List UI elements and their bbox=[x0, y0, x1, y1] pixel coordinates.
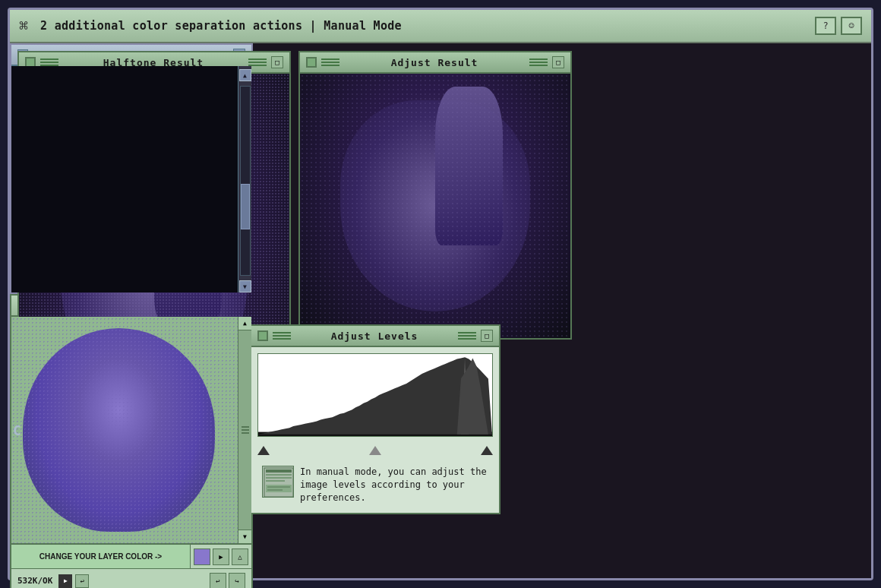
levels-info-box: In manual mode, you can adjust the image… bbox=[257, 461, 493, 508]
adjust-levels-window: Adjust Levels □ bbox=[250, 324, 500, 514]
svg-rect-6 bbox=[266, 477, 292, 479]
levels-info-svg bbox=[263, 466, 294, 498]
fill-play-button[interactable]: ▶ bbox=[58, 574, 72, 588]
adjust-result-title-lines-right bbox=[529, 58, 548, 66]
fill-back-icon[interactable]: ↩ bbox=[210, 573, 226, 589]
apple-logo-icon: ⌘ bbox=[19, 17, 28, 35]
base-scroll-thumb[interactable] bbox=[241, 184, 250, 229]
help-button[interactable]: ? bbox=[815, 17, 836, 35]
base-scroll-track bbox=[240, 86, 251, 276]
levels-close-icon[interactable]: □ bbox=[481, 330, 493, 342]
svg-rect-8 bbox=[266, 485, 292, 492]
fill-image-area: C ▲ ▼ bbox=[11, 317, 251, 543]
base-window: Base □ ▲ ▼ bbox=[10, 43, 253, 294]
svg-rect-9 bbox=[267, 486, 290, 488]
levels-win-icon bbox=[257, 330, 268, 341]
levels-content: In manual mode, you can adjust the image… bbox=[251, 347, 499, 513]
svg-rect-4 bbox=[266, 469, 292, 473]
app-title: 2 additional color separation actions | … bbox=[40, 19, 803, 33]
levels-black-slider[interactable] bbox=[257, 446, 270, 455]
adjust-bottle-shape bbox=[435, 87, 503, 245]
fill-dot-overlay bbox=[11, 317, 238, 543]
fill-swatch-purple[interactable] bbox=[194, 548, 210, 565]
title-bar: ⌘ 2 additional color separation actions … bbox=[10, 10, 871, 43]
levels-sliders bbox=[257, 443, 493, 458]
fill-change-color-button[interactable]: CHANGE YOUR LAYER COLOR -> bbox=[11, 545, 191, 568]
halftone-title-lines-right bbox=[248, 58, 267, 66]
fill-swatch-area: ▶ △ bbox=[191, 545, 251, 568]
fill-nav-up-icon[interactable]: △ bbox=[232, 548, 248, 565]
svg-rect-7 bbox=[266, 480, 285, 482]
halftone-close-icon[interactable]: □ bbox=[271, 56, 283, 68]
fill-scroll-down-icon[interactable]: ▼ bbox=[238, 530, 252, 543]
fill-scroll-track bbox=[242, 330, 249, 530]
levels-title-lines-left bbox=[273, 332, 291, 340]
fill-controls: CHANGE YOUR LAYER COLOR -> ▶ △ 532K/OK ▶… bbox=[11, 543, 251, 588]
levels-mid-slider[interactable] bbox=[369, 446, 381, 455]
adjust-result-image-area bbox=[300, 74, 570, 338]
base-scroll-down-icon[interactable]: ▼ bbox=[239, 280, 251, 292]
adjust-result-win-icon bbox=[306, 57, 317, 68]
levels-info-text: In manual mode, you can adjust the image… bbox=[300, 466, 488, 504]
app-window: ⌘ 2 additional color separation actions … bbox=[8, 8, 873, 580]
icon-button[interactable]: ☺ bbox=[841, 17, 862, 35]
base-content: ▲ ▼ bbox=[11, 66, 251, 292]
adjust-result-titlebar: Adjust Result □ bbox=[300, 52, 570, 74]
title-bar-buttons: ? ☺ bbox=[815, 17, 862, 35]
levels-info-icon bbox=[262, 466, 294, 498]
fill-scrollbar[interactable]: ▲ ▼ bbox=[238, 317, 251, 543]
adjust-result-window: Adjust Result □ bbox=[298, 51, 572, 340]
svg-rect-10 bbox=[267, 489, 283, 491]
fill-scroll-up-icon[interactable]: ▲ bbox=[238, 317, 252, 330]
fill-window: Fill □ C ▲ bbox=[10, 294, 253, 588]
levels-title-lines-right bbox=[458, 332, 476, 340]
fill-nav-buttons: ↩ ↪ bbox=[210, 573, 245, 589]
fill-undo-icon[interactable]: ↩ bbox=[75, 574, 89, 588]
levels-title: Adjust Levels bbox=[295, 330, 453, 342]
fill-status-text: 532K/OK bbox=[17, 576, 52, 586]
fill-change-color-row: CHANGE YOUR LAYER COLOR -> ▶ △ bbox=[11, 545, 251, 569]
levels-titlebar: Adjust Levels □ bbox=[251, 326, 499, 347]
fill-status-row: 532K/OK ▶ ↩ ↩ ↪ bbox=[11, 569, 251, 588]
adjust-result-image bbox=[300, 74, 570, 338]
halftone-title-lines-left bbox=[40, 58, 58, 66]
svg-rect-5 bbox=[266, 474, 292, 476]
adjust-result-title-lines-left bbox=[321, 58, 339, 66]
adjust-result-title: Adjust Result bbox=[344, 57, 525, 68]
base-scrollbar[interactable]: ▲ ▼ bbox=[238, 66, 251, 292]
histogram-chart bbox=[258, 354, 492, 436]
adjust-result-close-icon[interactable]: □ bbox=[552, 56, 564, 68]
histogram-area bbox=[257, 353, 493, 437]
fill-nav-right-icon[interactable]: ▶ bbox=[213, 548, 229, 565]
fill-forward-icon[interactable]: ↪ bbox=[229, 573, 245, 589]
levels-white-slider[interactable] bbox=[481, 446, 493, 455]
fill-channel-label: C bbox=[11, 421, 23, 440]
fill-skull-bg: C bbox=[11, 317, 238, 543]
app-content: ANYUSJ.CO Halftone Result □ bbox=[10, 43, 871, 578]
base-scroll-up-icon[interactable]: ▲ bbox=[239, 69, 251, 81]
